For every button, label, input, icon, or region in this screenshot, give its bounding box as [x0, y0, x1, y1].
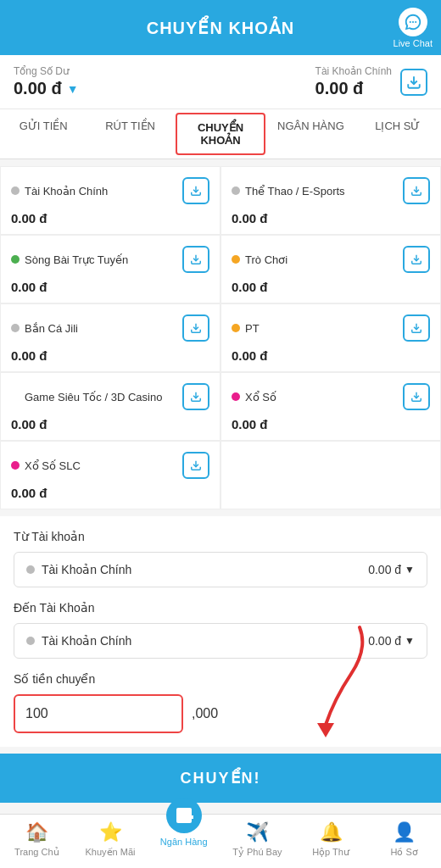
- total-balance-section: Tổng Số Dư 0.00 đ ▼: [14, 65, 79, 98]
- user-icon: 👤: [393, 821, 416, 843]
- live-chat-button[interactable]: Live Chat: [394, 8, 433, 48]
- amount-suffix: ,000: [192, 706, 218, 721]
- tab-gui-tien[interactable]: GỬI TIỀN: [0, 109, 87, 159]
- svg-point-1: [412, 20, 414, 22]
- dot-yellow-2: [232, 324, 240, 332]
- wallet-download-2[interactable]: [182, 246, 209, 273]
- wallet-tro-choi: Trò Chơi 0.00 đ: [220, 235, 441, 303]
- wallet-download-5[interactable]: [403, 314, 430, 342]
- wallet-tai-khoan-chinh: Tài Khoản Chính 0.00 đ: [0, 166, 220, 235]
- nav-ngan-hang[interactable]: Ngân Hàng: [147, 813, 220, 858]
- bottom-nav: 🏠 Trang Chủ ⭐ Khuyến Mãi Ngân Hàng ✈️ Tỷ…: [0, 814, 441, 868]
- from-dot: [26, 565, 35, 574]
- live-chat-label: Live Chat: [394, 38, 433, 48]
- to-caret: ▼: [405, 635, 415, 647]
- header: CHUYỂN KHOẢN Live Chat: [0, 0, 441, 55]
- plane-icon: ✈️: [246, 821, 269, 843]
- amount-input-container: ,000: [14, 694, 427, 733]
- wallet-download-4[interactable]: [182, 314, 209, 342]
- nav-ho-so-label: Hồ Sơ: [391, 847, 418, 858]
- svg-point-2: [415, 20, 416, 22]
- wallet-the-thao: Thể Thao / E-Sports 0.00 đ: [220, 166, 441, 235]
- nav-ho-so[interactable]: 👤 Hồ Sơ: [367, 821, 441, 858]
- dot-gray: [11, 186, 20, 195]
- bell-icon: 🔔: [320, 821, 343, 843]
- to-dot: [26, 637, 35, 645]
- form-section: Từ Tài khoản Tài Khoản Chính 0.00 đ ▼ Đế…: [0, 516, 441, 747]
- nav-khuyen-mai[interactable]: ⭐ Khuyến Mãi: [74, 821, 148, 858]
- amount-row: ,000: [14, 694, 427, 733]
- balance-bar: Tổng Số Dư 0.00 đ ▼ Tài Khoản Chính 0.00…: [0, 55, 441, 109]
- dot-gray-3: [11, 324, 20, 332]
- home-icon: 🏠: [25, 821, 48, 843]
- wallet-xo-so: Xổ Số 0.00 đ: [220, 372, 441, 441]
- tab-chuyen-khoan[interactable]: CHUYỂN KHOẢN: [176, 113, 265, 155]
- from-account-left: Tài Khoản Chính: [26, 563, 131, 576]
- page-title: CHUYỂN KHOẢN: [147, 18, 295, 38]
- main-account-section: Tài Khoản Chính 0.00 đ: [315, 65, 427, 98]
- wallet-download-7[interactable]: [403, 383, 430, 410]
- wallet-pt: PT 0.00 đ: [220, 303, 441, 372]
- wallet-icon: [174, 805, 194, 826]
- live-chat-icon: [399, 8, 427, 36]
- tab-rut-tien[interactable]: RÚT TIỀN: [87, 109, 173, 159]
- wallet-download-8[interactable]: [182, 452, 209, 479]
- nav-ty-phu-bay[interactable]: ✈️ Tỷ Phú Bay: [220, 821, 294, 858]
- to-account-value: Tài Khoản Chính: [42, 634, 131, 648]
- nav-trang-chu[interactable]: 🏠 Trang Chủ: [0, 821, 74, 858]
- balance-caret[interactable]: ▼: [67, 82, 79, 96]
- total-balance-amount: 0.00 đ ▼: [14, 79, 79, 98]
- wallet-download-1[interactable]: [403, 177, 430, 204]
- wallet-game-sieu-toc: Game Siêu Tốc / 3D Casino 0.00 đ: [0, 372, 220, 441]
- wallet-song-bai: Sòng Bài Trực Tuyến 0.00 đ: [0, 235, 220, 303]
- svg-point-0: [409, 20, 410, 22]
- to-label: Đến Tài Khoản: [14, 601, 427, 615]
- amount-label: Số tiền chuyển: [14, 672, 427, 686]
- nav-khuyen-mai-label: Khuyến Mãi: [86, 847, 136, 858]
- nav-trang-chu-label: Trang Chủ: [14, 847, 59, 858]
- nav-ngan-hang-label: Ngân Hàng: [160, 837, 208, 847]
- star-icon: ⭐: [99, 821, 122, 843]
- dot-gray-2: [232, 186, 240, 195]
- from-account-select[interactable]: Tài Khoản Chính 0.00 đ ▼: [14, 552, 427, 587]
- wallet-download-3[interactable]: [403, 246, 430, 273]
- from-label: Từ Tài khoản: [14, 530, 427, 543]
- wallet-icon-wrap: [166, 798, 202, 833]
- tab-lich-su[interactable]: LỊCH SỬ: [354, 109, 441, 159]
- main-account-amount: 0.00 đ: [315, 79, 392, 98]
- tab-ngan-hang[interactable]: NGÂN HÀNG: [267, 109, 354, 159]
- transfer-button[interactable]: CHUYỂN!: [0, 754, 441, 803]
- amount-section: Số tiền chuyển ,000: [14, 672, 427, 733]
- wallet-download-0[interactable]: [182, 177, 209, 204]
- dot-pink-2: [11, 461, 20, 470]
- nav-hop-thu-label: Hộp Thư: [312, 847, 349, 858]
- nav-ty-phu-bay-label: Tỷ Phú Bay: [232, 847, 282, 858]
- to-account-select[interactable]: Tài Khoản Chính 0.00 đ ▼: [14, 623, 427, 659]
- total-balance-label: Tổng Số Dư: [14, 65, 79, 77]
- main-account-label: Tài Khoản Chính: [315, 65, 392, 77]
- to-account-right: 0.00 đ ▼: [368, 634, 415, 648]
- to-account-left: Tài Khoản Chính: [26, 634, 131, 648]
- wallet-ban-ca: Bắn Cá Jili 0.00 đ: [0, 303, 220, 372]
- dot-pink: [232, 392, 240, 401]
- from-caret: ▼: [405, 564, 415, 576]
- dot-yellow: [232, 255, 240, 264]
- wallet-grid: Tài Khoản Chính 0.00 đ Thể Thao / E-Spor…: [0, 166, 441, 509]
- main-account-balance: Tài Khoản Chính 0.00 đ: [315, 65, 392, 98]
- dot-green: [11, 255, 20, 264]
- wallet-download-6[interactable]: [182, 383, 209, 410]
- nav-tabs: GỬI TIỀN RÚT TIỀN CHUYỂN KHOẢN NGÂN HÀNG…: [0, 109, 441, 159]
- amount-input[interactable]: [14, 694, 183, 733]
- download-button[interactable]: [400, 69, 427, 96]
- wallet-xo-so-slc: Xổ Số SLC 0.00 đ: [0, 441, 220, 509]
- nav-hop-thu[interactable]: 🔔 Hộp Thư: [294, 821, 368, 858]
- wallet-placeholder: [220, 441, 441, 509]
- from-account-right: 0.00 đ ▼: [368, 563, 415, 576]
- from-account-value: Tài Khoản Chính: [42, 563, 131, 576]
